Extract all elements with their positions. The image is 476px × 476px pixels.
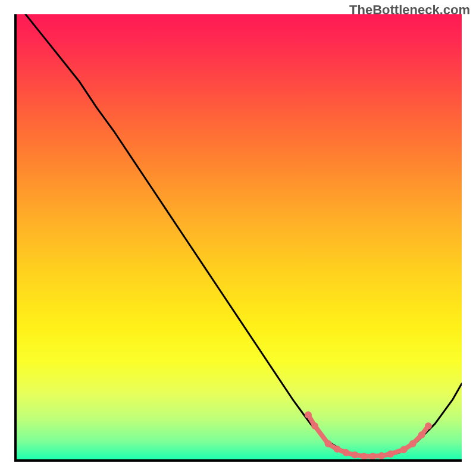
valley-marker-dot [378, 452, 385, 459]
valley-marker-dot [400, 446, 408, 453]
valley-marker-dot [369, 453, 376, 459]
valley-marker-dot [325, 440, 332, 447]
valley-marker-dot [305, 411, 312, 418]
valley-marker-dot [425, 422, 432, 430]
valley-marker-dot [343, 449, 350, 456]
plot-area [14, 14, 462, 462]
valley-marker-dot [334, 446, 341, 453]
bottleneck-curve [26, 14, 462, 457]
valley-marker-dot [409, 440, 416, 447]
valley-marker-dot [352, 452, 359, 459]
valley-marker-dot [418, 431, 425, 439]
chart-container: TheBottleneck.com [0, 0, 476, 476]
valley-marker-stroke [308, 415, 428, 456]
watermark-text: TheBottleneck.com [349, 2, 470, 18]
valley-marker-dot [387, 450, 394, 458]
valley-marker-dot [311, 422, 318, 430]
chart-svg [17, 14, 462, 459]
